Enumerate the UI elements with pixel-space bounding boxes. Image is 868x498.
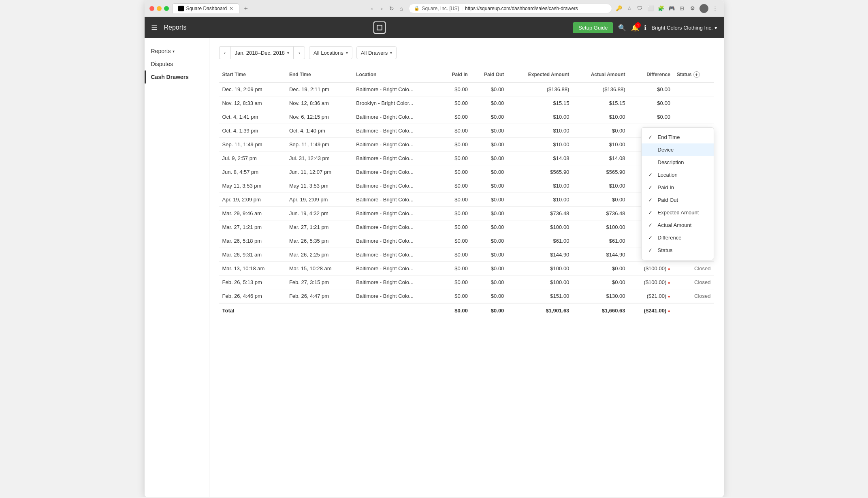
cell-status: Closed — [674, 289, 714, 304]
extension-icon[interactable]: ⊞ — [678, 5, 686, 12]
cell-paid-out: $0.00 — [471, 207, 507, 220]
cash-drawers-table: Start Time End Time Location Paid In Pai… — [219, 67, 714, 318]
sidebar-item-cash-drawers[interactable]: Cash Drawers — [145, 71, 209, 83]
total-paid-in: $0.00 — [440, 303, 471, 318]
help-icon[interactable]: ℹ — [644, 24, 646, 32]
cell-expected-amount: $144.90 — [507, 248, 572, 262]
dropdown-menu-item[interactable]: ✓ Paid In — [642, 181, 714, 194]
search-icon[interactable]: 🔍 — [618, 24, 626, 32]
shield-icon[interactable]: 🛡 — [636, 5, 644, 12]
total-paid-out: $0.00 — [471, 303, 507, 318]
dropdown-menu-item[interactable]: ✓ Location — [642, 169, 714, 181]
dropdown-menu-item[interactable]: Description — [642, 156, 714, 169]
dropdown-menu-item[interactable]: ✓ Expected Amount — [642, 206, 714, 219]
cell-paid-out: $0.00 — [471, 276, 507, 289]
cell-actual-amount: $736.48 — [572, 207, 628, 220]
game-icon[interactable]: 🎮 — [668, 5, 675, 12]
table-row: Jul. 9, 2:57 pm Jul. 31, 12:43 pm Baltim… — [219, 152, 714, 165]
drawer-filter[interactable]: All Drawers ▾ — [356, 46, 397, 59]
date-next-button[interactable]: › — [294, 46, 305, 59]
cell-location: Baltimore - Bright Colo... — [353, 262, 440, 276]
cell-start-time: Mar. 13, 10:18 am — [219, 262, 286, 276]
cell-actual-amount: $0.00 — [572, 124, 628, 138]
dropdown-item-label: Device — [658, 147, 674, 153]
dropdown-item-label: Status — [658, 247, 673, 253]
location-filter[interactable]: All Locations ▾ — [309, 46, 352, 59]
close-button[interactable] — [149, 6, 154, 11]
dropdown-item-label: Location — [658, 172, 678, 178]
user-avatar[interactable] — [700, 4, 708, 13]
puzzle-icon[interactable]: 🧩 — [657, 5, 665, 12]
app-header: ☰ Reports Setup Guide 🔍 🔔 1 ℹ Bright — [145, 17, 724, 38]
cell-expected-amount: $100.00 — [507, 262, 572, 276]
date-nav: ‹ Jan. 2018–Dec. 2018 ▾ › — [219, 46, 305, 59]
cell-end-time: Sep. 11, 1:49 pm — [286, 138, 353, 152]
location-chevron-icon: ▾ — [346, 51, 348, 55]
cell-status — [674, 82, 714, 96]
browser-chrome: Square Dashboard ✕ + ‹ › ↻ ⌂ 🔒 Square, I… — [145, 0, 724, 17]
dropdown-menu-item[interactable]: ✓ Status — [642, 244, 714, 256]
cell-start-time: Nov. 12, 8:33 am — [219, 96, 286, 110]
forward-button[interactable]: › — [378, 4, 386, 13]
minimize-button[interactable] — [157, 6, 162, 11]
cell-paid-out: $0.00 — [471, 193, 507, 207]
company-selector[interactable]: Bright Colors Clothing Inc. ▾ — [651, 25, 717, 31]
diff-indicator: ● — [668, 294, 670, 299]
sidebar-item-disputes[interactable]: Disputes — [145, 58, 209, 71]
setup-guide-button[interactable]: Setup Guide — [573, 22, 613, 33]
dropdown-menu-item[interactable]: ✓ Actual Amount — [642, 219, 714, 231]
dropdown-menu-item[interactable]: ✓ Paid Out — [642, 194, 714, 206]
dropdown-menu-item[interactable]: Device — [642, 143, 714, 156]
status-column-button[interactable]: Status + — [677, 71, 700, 78]
cell-paid-out: $0.00 — [471, 179, 507, 193]
dropdown-menu-item[interactable]: ✓ Difference — [642, 231, 714, 244]
date-range-text: Jan. 2018–Dec. 2018 — [235, 50, 285, 56]
cell-start-time: Jul. 9, 2:57 pm — [219, 152, 286, 165]
back-button[interactable]: ‹ — [368, 4, 376, 13]
filters-row: ‹ Jan. 2018–Dec. 2018 ▾ › All Locations … — [219, 46, 714, 59]
column-dropdown-menu: ✓ End Time Device Description ✓ Location… — [641, 127, 714, 260]
active-tab[interactable]: Square Dashboard ✕ — [172, 3, 240, 13]
check-icon: ✓ — [648, 172, 654, 178]
dropdown-menu-item[interactable]: ✓ End Time — [642, 131, 714, 143]
cell-actual-amount: $10.00 — [572, 110, 628, 124]
cell-end-time: Feb. 27, 3:15 pm — [286, 276, 353, 289]
diff-indicator: ● — [668, 267, 670, 271]
cell-location: Baltimore - Bright Colo... — [353, 152, 440, 165]
address-bar[interactable]: 🔒 Square, Inc. [US] | https://squareup.c… — [409, 4, 612, 13]
date-prev-button[interactable]: ‹ — [219, 46, 230, 59]
cell-expected-amount: ($136.88) — [507, 82, 572, 96]
cell-location: Baltimore - Bright Colo... — [353, 289, 440, 304]
hamburger-menu[interactable]: ☰ — [151, 23, 158, 32]
cell-start-time: Mar. 27, 1:21 pm — [219, 220, 286, 234]
check-icon: ✓ — [648, 209, 654, 216]
home-button[interactable]: ⌂ — [397, 4, 405, 13]
key-icon[interactable]: 🔑 — [615, 5, 623, 12]
reload-button[interactable]: ↻ — [388, 4, 396, 13]
sidebar-item-reports-parent[interactable]: Reports ▾ — [145, 45, 209, 58]
cell-start-time: Apr. 19, 2:09 pm — [219, 193, 286, 207]
menu-icon[interactable]: ⋮ — [712, 5, 719, 12]
cell-end-time: Jun. 11, 12:07 pm — [286, 165, 353, 179]
star-icon[interactable]: ☆ — [626, 5, 633, 12]
col-status[interactable]: Status + — [674, 67, 714, 82]
cell-paid-out: $0.00 — [471, 289, 507, 304]
dropdown-item-label: Expected Amount — [658, 209, 699, 216]
col-location: Location — [353, 67, 440, 82]
tab-close-icon[interactable]: ✕ — [229, 6, 233, 11]
cell-paid-out: $0.00 — [471, 82, 507, 96]
maximize-button[interactable] — [164, 6, 169, 11]
cell-expected-amount: $10.00 — [507, 193, 572, 207]
col-expected-amount: Expected Amount — [507, 67, 572, 82]
dropdown-item-label: End Time — [658, 134, 680, 140]
cell-actual-amount: $130.00 — [572, 289, 628, 304]
cell-location: Baltimore - Bright Colo... — [353, 124, 440, 138]
window-icon[interactable]: ⬜ — [647, 5, 654, 12]
cell-paid-in: $0.00 — [440, 82, 471, 96]
add-column-icon[interactable]: + — [693, 71, 700, 78]
cell-start-time: Feb. 26, 4:46 pm — [219, 289, 286, 304]
settings-icon[interactable]: ⚙ — [689, 5, 696, 12]
cell-start-time: Mar. 26, 9:31 am — [219, 248, 286, 262]
new-tab-button[interactable]: + — [242, 4, 250, 13]
table-row: Jun. 8, 4:57 pm Jun. 11, 12:07 pm Baltim… — [219, 165, 714, 179]
